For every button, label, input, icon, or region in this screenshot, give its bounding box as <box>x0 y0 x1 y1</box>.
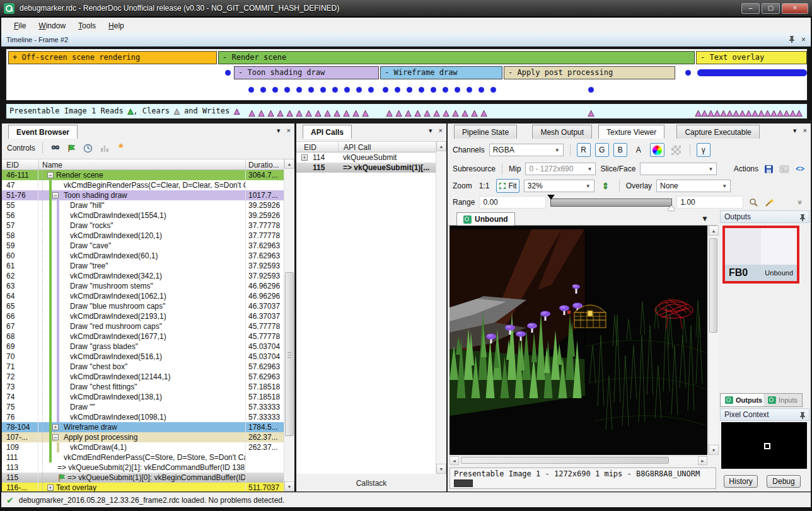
col-eid[interactable]: EID <box>2 159 38 169</box>
menu-window[interactable]: Window <box>32 20 72 32</box>
collapse-icon[interactable]: − <box>52 192 59 198</box>
event-row[interactable]: 70vkCmdDrawIndexed(516,1)45.03704 <box>2 352 284 362</box>
tab-pipeline-state[interactable]: Pipeline State <box>454 125 517 139</box>
event-row[interactable]: 113=> vkQueueSubmit(2)[1]: vkEndCommandB… <box>2 462 284 473</box>
event-row[interactable]: 62vkCmdDrawIndexed(342,1)37.92593 <box>2 271 284 281</box>
tab-capture-executable[interactable]: Capture Executable <box>676 125 759 139</box>
event-browser-scrollbar[interactable]: ▲ ▼ <box>284 159 294 491</box>
find-event-icon[interactable] <box>50 142 61 154</box>
menu-file[interactable]: File <box>8 20 32 32</box>
goto-resource-icon[interactable]: <> <box>794 163 806 175</box>
event-browser-header[interactable]: EID Name Duratio... <box>2 159 284 170</box>
tab-event-browser[interactable]: Event Browser <box>8 125 78 139</box>
event-row[interactable]: 60vkCmdDrawIndexed(60,1)37.62963 <box>2 251 284 261</box>
collapse-icon[interactable]: − <box>47 172 54 178</box>
channel-blue-button[interactable]: B <box>613 143 627 157</box>
autofit-range-icon[interactable] <box>748 197 759 208</box>
api-call-row[interactable]: 115=> vkQueueSubmit(1)[... <box>296 163 436 173</box>
texture-vscrollbar[interactable]: ▲ ▼ <box>708 226 718 455</box>
output-fb0-thumbnail[interactable]: FB0 Unbound <box>722 226 799 284</box>
event-row[interactable]: 58vkCmdDrawIndexed(120,1)37.77778 <box>2 231 284 241</box>
close-button[interactable]: × <box>782 3 808 14</box>
channel-alpha-button[interactable]: A <box>632 143 646 157</box>
event-row[interactable]: 116-...+Text overlay511.7037 <box>2 483 284 491</box>
event-row[interactable]: 55Draw "hill"39.25926 <box>2 200 284 210</box>
zoom-1to1-button[interactable]: 1:1 <box>477 179 492 193</box>
tab-mesh-output[interactable]: Mesh Output <box>532 125 592 139</box>
zoom-fit-button[interactable]: Fit <box>496 179 519 193</box>
event-row[interactable]: 71Draw "chest box"57.62963 <box>2 362 284 372</box>
tab-unbound-texture[interactable]: Unbound <box>456 212 515 226</box>
event-row[interactable]: 46-111−Render scene3064.7... <box>2 170 284 180</box>
texture-hscrollbar[interactable]: ◄ ► <box>450 456 707 464</box>
event-row[interactable]: 68vkCmdDrawIndexed(1677,1)45.77778 <box>2 331 284 342</box>
slice-face-select[interactable]: ▼ <box>640 163 717 175</box>
event-row[interactable]: 107-...−Apply post processing262.37... <box>2 432 284 442</box>
event-row[interactable]: 73Draw "chest fittings"57.18518 <box>2 382 284 392</box>
tab-texture-viewer[interactable]: Texture Viewer <box>598 125 664 139</box>
toolbar-overflow-icon[interactable]: » <box>794 197 806 208</box>
event-row[interactable]: 67Draw "red mushroom caps"45.77778 <box>2 321 284 331</box>
event-row[interactable]: 61Draw "tree"37.92593 <box>2 261 284 271</box>
texture-tab-menu-icon[interactable]: ▼ <box>701 214 709 223</box>
range-max-handle[interactable] <box>668 205 675 210</box>
range-slider[interactable] <box>550 198 672 207</box>
event-row[interactable]: 74vkCmdDrawIndexed(138,1)57.18518 <box>2 392 284 402</box>
minimize-button[interactable]: – <box>741 3 760 14</box>
timeline-marker[interactable]: - Apply post processing <box>504 66 675 79</box>
gamma-button[interactable]: γ <box>697 143 710 157</box>
collapse-icon[interactable]: − <box>52 434 59 440</box>
panel-menu-icon[interactable]: ▾ <box>429 127 432 135</box>
event-row[interactable]: 65Draw "blue mushroom caps"46.37037 <box>2 301 284 311</box>
jump-to-marker-icon[interactable] <box>66 142 78 154</box>
api-call-row[interactable]: +114vkQueueSubmit <box>296 152 436 163</box>
maximize-button[interactable]: ▢ <box>762 3 780 14</box>
event-row[interactable]: 56vkCmdDrawIndexed(1554,1)39.25926 <box>2 210 284 221</box>
expand-icon[interactable]: + <box>47 485 54 491</box>
histogram-wand-icon[interactable] <box>763 197 775 208</box>
pin-icon[interactable] <box>789 35 795 43</box>
col-duration[interactable]: Duratio... <box>245 159 284 169</box>
pixel-context-preview[interactable] <box>721 422 807 469</box>
api-calls-header[interactable]: EID API Call <box>296 141 436 152</box>
timeline-marker[interactable]: + Off-screen scene rendering <box>8 51 217 64</box>
range-min-handle[interactable] <box>547 195 555 200</box>
history-button[interactable]: History <box>724 475 758 488</box>
menu-tools[interactable]: Tools <box>72 20 102 32</box>
menu-help[interactable]: Help <box>102 20 130 32</box>
expand-icon[interactable]: + <box>301 154 308 161</box>
panel-close-icon[interactable]: × <box>287 127 291 135</box>
timeline-marker[interactable]: - Text overlay <box>696 51 807 64</box>
time-draws-icon[interactable] <box>83 142 94 154</box>
channel-red-button[interactable]: R <box>577 143 591 157</box>
colorwheel-button[interactable] <box>650 143 664 157</box>
event-row[interactable]: 115=> vkQueueSubmit(1)[0]: vkBeginComman… <box>2 473 284 483</box>
panel-close-icon[interactable]: × <box>439 127 443 135</box>
flip-y-button[interactable]: ⇕ <box>599 179 613 193</box>
col-eid[interactable]: EID <box>296 142 338 152</box>
timeline-canvas[interactable]: + Off-screen scene rendering- Render sce… <box>5 48 808 101</box>
event-row[interactable]: 57Draw "rocks"37.77778 <box>2 221 284 231</box>
range-max-input[interactable]: 1.00 <box>676 196 743 209</box>
event-row[interactable]: 75Draw ""57.33333 <box>2 402 284 412</box>
range-min-input[interactable]: 0.00 <box>479 196 546 209</box>
event-row[interactable]: 64vkCmdDrawIndexed(1062,1)46.96296 <box>2 291 284 301</box>
texture-image[interactable] <box>450 226 707 455</box>
zoom-level-select[interactable]: 32%▼ <box>524 180 594 192</box>
overlay-select[interactable]: None▼ <box>656 180 731 192</box>
event-row[interactable]: 76vkCmdDrawIndexed(1098,1)57.33333 <box>2 412 284 422</box>
timeline-close-icon[interactable]: × <box>801 35 806 44</box>
pin-icon[interactable] <box>799 411 806 419</box>
timeline-marker[interactable]: - Toon shading draw <box>234 66 379 79</box>
event-row[interactable]: 59Draw "cave"37.62963 <box>2 241 284 251</box>
bookmark-icon[interactable]: * <box>115 142 127 154</box>
save-texture-icon[interactable] <box>763 163 774 175</box>
panel-menu-icon[interactable]: ▾ <box>277 127 281 135</box>
resource-usage-strip[interactable]: Presentable Image 1 Reads ▲, Clears ▲ an… <box>5 103 808 120</box>
event-row[interactable]: 69Draw "grass blades"45.03704 <box>2 342 284 352</box>
panel-menu-icon[interactable]: ▾ <box>793 127 797 135</box>
channels-select[interactable]: RGBA▼ <box>489 144 564 156</box>
event-row[interactable]: 78-104+Wireframe draw1784.5... <box>2 422 284 432</box>
expand-icon[interactable]: + <box>52 424 59 430</box>
timeline-marker[interactable]: - Render scene <box>218 51 695 64</box>
